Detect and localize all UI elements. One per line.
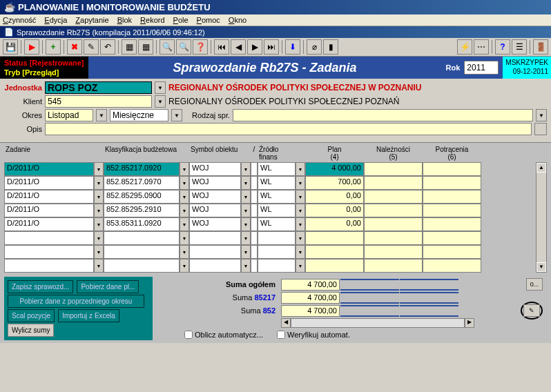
zrod-dd-icon[interactable]: ▼ [296, 204, 305, 217]
search3-icon[interactable]: ❓ [193, 39, 208, 55]
bolt-icon[interactable]: ⚡ [457, 39, 472, 55]
zad-dd-icon[interactable]: ▼ [94, 190, 104, 204]
table-row[interactable]: D/2011/O▼852.85295.2910▼WOJ▼WL▼0,00 [4, 204, 547, 217]
horizontal-scrollbar[interactable]: ◀ ▶ [281, 318, 474, 328]
cell-slash[interactable] [251, 204, 258, 217]
table-row[interactable]: ▼▼▼▼ [4, 231, 547, 245]
menu-pomoc[interactable]: Pomoc [197, 16, 220, 24]
cell-potr[interactable] [423, 176, 481, 190]
tool-icon-1[interactable]: ▦ [122, 39, 137, 55]
cell-plan[interactable]: 700,00 [305, 176, 364, 190]
bar-icon[interactable]: ▮ [323, 39, 338, 55]
rodzaj-input[interactable] [233, 109, 533, 121]
cell-plan[interactable] [305, 245, 364, 259]
jednostka-input[interactable] [45, 81, 152, 94]
cell-plan[interactable]: 0,00 [305, 190, 364, 204]
rok-input[interactable] [464, 61, 499, 75]
sym-dd-icon[interactable]: ▼ [241, 162, 251, 176]
cell-slash[interactable] [251, 176, 258, 190]
cell-zrodlo[interactable]: WL [258, 176, 296, 190]
klas-dd-icon[interactable]: ▼ [180, 162, 189, 176]
sym-dd-icon[interactable]: ▼ [241, 176, 251, 190]
cell-zrodlo[interactable] [258, 231, 296, 245]
cell-potr[interactable] [423, 190, 481, 204]
cell-symbol[interactable]: WOJ [189, 176, 241, 190]
klas-dd-icon[interactable]: ▼ [180, 231, 189, 245]
cell-symbol[interactable]: WOJ [189, 190, 241, 204]
zad-dd-icon[interactable]: ▼ [94, 259, 104, 273]
scal-button[interactable]: Scal pozycje [8, 309, 55, 322]
zrod-dd-icon[interactable]: ▼ [296, 259, 305, 273]
cell-klas[interactable]: 852.85217.0920 [104, 162, 180, 176]
next-icon[interactable]: ▶ [247, 39, 262, 55]
klient-input[interactable] [45, 95, 152, 108]
cell-nalez[interactable] [364, 190, 423, 204]
vertical-scrollbar[interactable]: ▲ ▼ [536, 162, 547, 273]
cell-klas[interactable]: 852.85217.0970 [104, 176, 180, 190]
cell-zadanie[interactable] [4, 245, 94, 259]
pref-icon[interactable]: ☰ [512, 39, 527, 55]
cell-nalez[interactable] [364, 162, 423, 176]
dots-icon[interactable]: ⋯ [474, 39, 489, 55]
menu-edycja[interactable]: Edycja [44, 16, 67, 24]
zad-dd-icon[interactable]: ▼ [94, 217, 104, 231]
menu-okno[interactable]: Okno [229, 16, 246, 24]
cell-zadanie[interactable]: D/2011/O [4, 162, 94, 176]
klas-dd-icon[interactable]: ▼ [180, 245, 189, 259]
cell-zrodlo[interactable]: WL [258, 162, 296, 176]
menu-zapytanie[interactable]: Zapytanie [75, 16, 108, 24]
table-row[interactable]: ▼▼▼▼ [4, 259, 547, 273]
cell-zrodlo[interactable] [258, 259, 296, 273]
okres-input[interactable] [45, 109, 93, 121]
table-row[interactable]: D/2011/O▼852.85217.0970▼WOJ▼WL▼700,00 [4, 176, 547, 190]
zad-dd-icon[interactable]: ▼ [94, 162, 104, 176]
cell-nalez[interactable] [364, 217, 423, 231]
tool-red-icon[interactable]: ▶ [24, 39, 39, 55]
opis-input[interactable] [45, 123, 532, 135]
oblicz-check[interactable]: Oblicz automatycz... [184, 331, 263, 339]
cell-slash[interactable] [251, 245, 258, 259]
scroll-right-icon[interactable]: ▶ [465, 318, 474, 328]
zrod-dd-icon[interactable]: ▼ [296, 245, 305, 259]
btn-0[interactable]: 0... [526, 278, 543, 291]
import-button[interactable]: Importuj z Excela [58, 309, 119, 322]
zad-dd-icon[interactable]: ▼ [94, 176, 104, 190]
table-row[interactable]: D/2011/O▼852.85295.0900▼WOJ▼WL▼0,00 [4, 190, 547, 204]
menu-rekord[interactable]: Rekord [140, 16, 164, 24]
cell-slash[interactable] [251, 190, 258, 204]
sym-dd-icon[interactable]: ▼ [241, 259, 251, 273]
cell-plan[interactable]: 4 000,00 [305, 162, 364, 176]
klas-dd-icon[interactable]: ▼ [180, 190, 189, 204]
cell-klas[interactable]: 852.85295.0900 [104, 190, 180, 204]
zapisz-button[interactable]: Zapisz sprawozd... [8, 280, 73, 293]
menu-pole[interactable]: Pole [173, 16, 188, 24]
cell-potr[interactable] [423, 245, 481, 259]
menu-blok[interactable]: Blok [117, 16, 132, 24]
klas-dd-icon[interactable]: ▼ [180, 204, 189, 217]
zrod-dd-icon[interactable]: ▼ [296, 217, 305, 231]
klas-dd-icon[interactable]: ▼ [180, 176, 189, 190]
pobierz-okr-button[interactable]: Pobierz dane z poprzedniego okresu [8, 295, 144, 308]
cell-slash[interactable] [251, 217, 258, 231]
klas-dd-icon[interactable]: ▼ [180, 217, 189, 231]
zad-dd-icon[interactable]: ▼ [94, 231, 104, 245]
help-icon[interactable]: ? [495, 39, 510, 55]
sym-dd-icon[interactable]: ▼ [241, 231, 251, 245]
cell-nalez[interactable] [364, 204, 423, 217]
pencil-icon[interactable]: ✎ [84, 39, 99, 55]
undo-icon[interactable]: ↶ [100, 39, 115, 55]
cell-zadanie[interactable] [4, 259, 94, 273]
brush-icon[interactable]: ✎ [523, 304, 540, 317]
exit-icon[interactable]: 🚪 [533, 39, 548, 55]
weryf-check[interactable]: Weryfikuj automat. [277, 331, 350, 339]
cell-nalez[interactable] [364, 259, 423, 273]
circled-brush-icon[interactable]: ✎ [521, 302, 543, 320]
delete-icon[interactable]: ✖ [67, 39, 82, 55]
sym-dd-icon[interactable]: ▼ [241, 190, 251, 204]
down-icon[interactable]: ⬇ [285, 39, 300, 55]
cell-symbol[interactable] [189, 245, 241, 259]
rodzaj-dd-icon[interactable]: ▼ [536, 109, 547, 121]
okres-type-dd-icon[interactable]: ▼ [171, 109, 182, 121]
scroll-up-icon[interactable]: ▲ [536, 163, 546, 173]
cell-potr[interactable] [423, 204, 481, 217]
